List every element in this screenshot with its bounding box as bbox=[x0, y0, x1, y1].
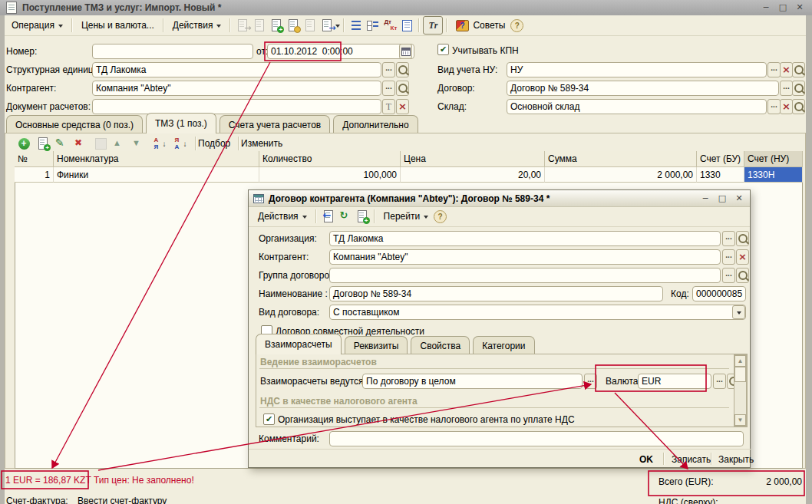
cell-qty[interactable]: 100,000 bbox=[259, 167, 401, 183]
group-search-button[interactable] bbox=[736, 268, 749, 283]
struct-unit-search-button[interactable] bbox=[396, 62, 409, 77]
nu-select-button[interactable] bbox=[767, 62, 781, 77]
pick-button[interactable]: Подбор bbox=[198, 138, 230, 149]
help-icon[interactable] bbox=[510, 19, 523, 32]
contractor-select-button[interactable] bbox=[382, 81, 395, 96]
struct-unit-select-button[interactable] bbox=[382, 62, 395, 77]
contract-input[interactable]: Договор № 589-34 bbox=[507, 81, 779, 96]
report-button[interactable] bbox=[398, 17, 415, 34]
contractor-input[interactable]: Компания "Abtey" bbox=[92, 81, 381, 96]
nu-kind-input[interactable]: НУ bbox=[507, 62, 767, 77]
nu-clear-button[interactable] bbox=[780, 62, 793, 77]
contract-search-button[interactable] bbox=[792, 81, 805, 96]
edit-row-button[interactable] bbox=[54, 135, 71, 152]
actions-menu-button[interactable]: Действия bbox=[167, 17, 227, 34]
move-up-button[interactable] bbox=[111, 135, 128, 152]
calendar-button[interactable] bbox=[399, 44, 412, 59]
vat-agent-checkbox[interactable] bbox=[263, 413, 275, 425]
code-input[interactable]: 000000085 bbox=[692, 286, 746, 301]
col-header-name[interactable]: Номенклатура bbox=[54, 151, 259, 167]
move-down-button[interactable] bbox=[130, 135, 147, 152]
scrollbar[interactable]: ▲ ▼ bbox=[734, 354, 747, 427]
sort-asc-button[interactable] bbox=[151, 135, 168, 152]
contract-select-button[interactable] bbox=[780, 81, 793, 96]
tab-settlements[interactable]: Взаиморасчеты bbox=[256, 334, 342, 354]
modal-maximize-button[interactable]: □ bbox=[716, 193, 728, 204]
tab-properties[interactable]: Свойства bbox=[411, 336, 470, 354]
tab-additional[interactable]: Дополнительно bbox=[333, 115, 418, 133]
org-select-button[interactable] bbox=[722, 231, 735, 246]
post-document-button[interactable] bbox=[285, 17, 302, 34]
modal-save-close-button[interactable] bbox=[320, 208, 337, 225]
list-settings-button[interactable] bbox=[348, 17, 365, 34]
tab-settlement-accounts[interactable]: Счета учета расчетов bbox=[220, 115, 330, 133]
close-dialog-button[interactable]: Закрыть bbox=[714, 452, 758, 466]
reread-button[interactable] bbox=[251, 17, 268, 34]
copy-row-button[interactable] bbox=[35, 135, 51, 152]
operation-menu-button[interactable]: Операция bbox=[6, 17, 68, 34]
cell-name[interactable]: Финики bbox=[54, 167, 259, 183]
kind-dropdown-button[interactable] bbox=[732, 305, 745, 319]
contractor-search-button[interactable] bbox=[396, 81, 409, 96]
tab-tmz[interactable]: ТМЗ (1 поз.) bbox=[146, 113, 216, 133]
struct-unit-input[interactable]: ТД Лакомка bbox=[92, 62, 381, 77]
modal-actions-button[interactable]: Действия bbox=[253, 208, 312, 225]
ok-button[interactable]: OK bbox=[635, 452, 658, 466]
nu-search-button[interactable] bbox=[792, 62, 805, 77]
currency-input[interactable]: EUR bbox=[638, 374, 711, 389]
scroll-down-icon[interactable]: ▼ bbox=[734, 414, 746, 426]
clear-posting-button[interactable] bbox=[302, 17, 319, 34]
tab-details[interactable]: Реквизиты bbox=[345, 336, 408, 354]
cell-sum[interactable]: 2 000,00 bbox=[545, 167, 697, 183]
settle-doc-type-button[interactable] bbox=[382, 99, 395, 114]
formatting-toggle-button[interactable]: Тr bbox=[423, 16, 443, 35]
close-button[interactable]: ✕ bbox=[794, 2, 806, 13]
number-input[interactable] bbox=[92, 44, 253, 59]
org-input[interactable]: ТД Лакомка bbox=[329, 231, 721, 246]
comment-input[interactable] bbox=[329, 431, 744, 446]
warehouse-input[interactable]: Основной склад bbox=[507, 99, 767, 114]
tips-button[interactable]: Советы bbox=[451, 17, 510, 34]
columns-setup-button[interactable] bbox=[365, 17, 381, 34]
minimize-button[interactable]: ─ bbox=[760, 2, 772, 13]
help-icon[interactable] bbox=[434, 210, 447, 223]
col-header-sum[interactable]: Сумма bbox=[545, 151, 697, 167]
modal-copy-button[interactable] bbox=[354, 208, 371, 225]
output-document-button[interactable] bbox=[319, 17, 335, 34]
col-header-qty[interactable]: Количество bbox=[259, 151, 401, 167]
modal-goto-button[interactable]: Перейти bbox=[378, 208, 434, 225]
add-row-button[interactable] bbox=[15, 135, 32, 152]
kpn-checkbox[interactable] bbox=[437, 44, 449, 55]
cell-account-bu[interactable]: 1330 bbox=[697, 167, 744, 183]
delete-row-button[interactable] bbox=[73, 135, 90, 152]
cell-num[interactable]: 1 bbox=[15, 167, 54, 183]
cell-price[interactable]: 20,00 bbox=[401, 167, 545, 183]
group-select-button[interactable] bbox=[722, 268, 735, 283]
col-header-bu[interactable]: Счет (БУ) bbox=[697, 151, 744, 167]
tab-fixed-assets[interactable]: Основные средства (0 поз.) bbox=[6, 115, 143, 133]
warehouse-search-button[interactable] bbox=[792, 99, 805, 114]
settlements-select-button[interactable] bbox=[584, 374, 597, 389]
sort-desc-button[interactable] bbox=[172, 135, 189, 152]
group-input[interactable] bbox=[329, 268, 721, 283]
name-input[interactable]: Договор № 589-34 bbox=[329, 286, 663, 301]
col-header-price[interactable]: Цена bbox=[401, 151, 545, 167]
scrollbar-thumb[interactable] bbox=[734, 367, 746, 382]
warehouse-select-button[interactable] bbox=[767, 99, 781, 114]
settle-doc-clear-button[interactable] bbox=[396, 99, 409, 114]
currency-select-button[interactable] bbox=[713, 374, 726, 389]
cell-account-nu-selected[interactable]: 1330Н bbox=[744, 167, 803, 183]
settlements-input[interactable]: По договору в целом bbox=[362, 374, 583, 389]
save-and-close-button[interactable] bbox=[234, 17, 251, 34]
kind-select[interactable]: С поставщиком bbox=[329, 305, 746, 320]
write-button[interactable]: Записать bbox=[667, 452, 715, 466]
copy-button[interactable] bbox=[268, 17, 285, 34]
date-input[interactable]: 01.10.2012 0:00:00 bbox=[267, 44, 414, 59]
maximize-button[interactable]: □ bbox=[777, 2, 789, 13]
invoice-enter-link[interactable]: Ввести счет-фактуру bbox=[78, 496, 167, 504]
org-search-button[interactable] bbox=[736, 231, 749, 246]
dt-kt-button[interactable]: ДтКт bbox=[381, 17, 398, 34]
col-header-num[interactable]: № bbox=[15, 151, 54, 167]
col-header-nu[interactable]: Счет (НУ) bbox=[744, 151, 803, 167]
tab-categories[interactable]: Категории bbox=[473, 336, 534, 354]
